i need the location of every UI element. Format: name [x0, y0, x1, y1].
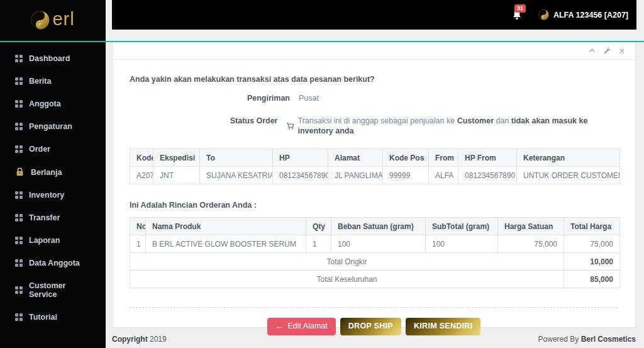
sidebar-item-transfer[interactable]: Transfer [0, 206, 106, 229]
grid-icon [15, 286, 23, 294]
edit-alamat-label: Edit Alamat [288, 322, 328, 331]
edit-alamat-button[interactable]: ← Edit Alamat [267, 318, 336, 335]
dashed-divider [130, 307, 618, 308]
sidebar-item-label: Laporan [29, 236, 60, 245]
sidebar: erl Dashboard Berita Anggota Pengaturan … [0, 0, 106, 348]
sidebar-item-label: Tutorial [29, 313, 57, 322]
sidebar-item-customer-service[interactable]: Customer Service [0, 274, 106, 306]
drop-ship-button[interactable]: DROP SHIP [340, 318, 401, 335]
col-header: Qty [306, 218, 331, 235]
col-header: Kode Pos [383, 149, 429, 167]
cell-total-harga: 75,000 [564, 235, 620, 253]
sidebar-item-label: Data Anggota [29, 259, 80, 267]
user-menu[interactable]: ALFA 123456 [A207] [538, 9, 628, 20]
drop-ship-label: DROP SHIP [348, 322, 393, 331]
cart-icon [286, 122, 294, 130]
address-table: Kode Ekspedisi To HP Alamat Kode Pos Fro… [130, 149, 620, 184]
col-header: Nama Produk [146, 218, 306, 235]
status-order-row: Status Order Transaksi ini di anggap seb… [130, 116, 618, 136]
col-header: Beban Satuan (gram) [331, 218, 426, 235]
brand-logo[interactable]: erl [0, 0, 106, 40]
sidebar-item-berlanja[interactable]: Berlanja [0, 160, 106, 184]
sidebar-item-order[interactable]: Order [0, 138, 106, 160]
col-header: Ekspedisi [153, 149, 200, 167]
total-ongkir-value: 10,000 [564, 253, 620, 271]
cell-keterangan: UNTUK ORDER CUSTOMER [517, 167, 620, 184]
order-table: No Nama Produk Qty Beban Satuan (gram) S… [130, 217, 620, 288]
sidebar-item-label: Transfer [29, 213, 60, 222]
status-order-label: Status Order [130, 116, 277, 126]
grid-icon [15, 191, 23, 199]
panel-toolbar [113, 42, 635, 60]
kirim-sendiri-button[interactable]: KIRIM SENDIRI [406, 318, 481, 335]
cell-beban-satuan: 100 [331, 235, 426, 253]
sidebar-item-pengaturan[interactable]: Pengaturan [0, 115, 106, 138]
collapse-icon[interactable] [589, 47, 596, 54]
sidebar-item-berita[interactable]: Berita [0, 70, 106, 93]
sidebar-menu: Dashboard Berita Anggota Pengaturan Orde… [0, 40, 106, 328]
berl-emblem-icon [31, 11, 50, 30]
notifications-button[interactable]: 31 [512, 10, 522, 20]
sidebar-item-label: Inventory [29, 191, 64, 199]
sidebar-item-tutorial[interactable]: Tutorial [0, 306, 106, 328]
action-buttons: ← Edit Alamat DROP SHIP KIRIM SENDIRI [130, 318, 618, 335]
sidebar-item-data-anggota[interactable]: Data Anggota [0, 252, 106, 274]
status-note-text: Transaksi ini di anggap sebagai penjuala… [297, 116, 618, 136]
sidebar-item-inventory[interactable]: Inventory [0, 184, 106, 206]
col-header: HP From [458, 149, 517, 167]
page: erl Dashboard Berita Anggota Pengaturan … [0, 0, 644, 348]
cell-kode: A207 [130, 167, 153, 184]
col-header: SubTotal (gram) [426, 218, 498, 235]
sidebar-item-label: Dashboard [29, 54, 70, 63]
cell-alamat: JL PANGLIMA [328, 167, 383, 184]
col-header: Harga Satuan [498, 218, 564, 235]
col-header: HP [273, 149, 328, 167]
grid-icon [15, 145, 23, 153]
notification-count-badge: 31 [514, 4, 526, 13]
grid-icon [15, 123, 23, 130]
kirim-sendiri-label: KIRIM SENDIRI [414, 322, 473, 331]
col-header: Total Harga [564, 218, 620, 235]
berl-emblem-icon [538, 9, 549, 20]
grid-icon [15, 313, 23, 321]
copyright-text: Copyright 2019 [112, 335, 167, 344]
address-table-header-row: Kode Ekspedisi To HP Alamat Kode Pos Fro… [130, 149, 620, 167]
total-keseluruhan-value: 85,000 [564, 271, 620, 288]
grid-icon [15, 77, 23, 85]
cell-harga-satuan: 75,000 [498, 235, 564, 253]
sidebar-item-anggota[interactable]: Anggota [0, 93, 106, 115]
sidebar-item-label: Anggota [29, 99, 61, 108]
col-header: From [429, 149, 458, 167]
arrow-left-icon: ← [275, 322, 284, 332]
close-icon[interactable] [619, 48, 625, 54]
sidebar-item-label: Order [29, 145, 50, 154]
cell-to: SUJANA KESATRIA [200, 167, 273, 184]
cell-ekspedisi: JNT [153, 167, 200, 184]
grid-icon [15, 214, 23, 222]
cell-nama-produk: B ERL ACTIVE GLOW BOOSTER SERUM [146, 235, 306, 253]
cell-hp-from: 081234567890 [458, 167, 517, 184]
shopping-bag-icon [15, 167, 25, 177]
col-header: Alamat [328, 149, 383, 167]
powered-by-text: Powered By Berl Cosmetics [538, 335, 636, 344]
order-detail-title: Ini Adalah Rincian Orderan Anda : [130, 201, 618, 210]
sidebar-item-label: Pengaturan [29, 122, 72, 131]
pengiriman-label: Pengiriman [130, 93, 290, 103]
grid-icon [15, 237, 23, 244]
col-header: Kode [130, 149, 153, 167]
total-keseluruhan-label: Total Keseluruhan [130, 271, 564, 288]
cell-subtotal-gram: 100 [426, 235, 498, 253]
col-header: To [200, 149, 273, 167]
cell-from: ALFA [429, 167, 458, 184]
sidebar-item-laporan[interactable]: Laporan [0, 229, 106, 252]
sidebar-item-dashboard[interactable]: Dashboard [0, 47, 106, 70]
total-ongkir-row: Total Ongkir 10,000 [130, 253, 620, 271]
cell-no: 1 [130, 235, 146, 253]
cell-qty: 1 [306, 235, 331, 253]
pengiriman-value: Pusat [290, 93, 319, 103]
col-header: No [130, 218, 146, 235]
brand-logo-text: erl [52, 10, 74, 31]
grid-icon [15, 55, 23, 62]
order-table-row: 1 B ERL ACTIVE GLOW BOOSTER SERUM 1 100 … [130, 235, 620, 253]
wrench-icon[interactable] [604, 47, 611, 54]
